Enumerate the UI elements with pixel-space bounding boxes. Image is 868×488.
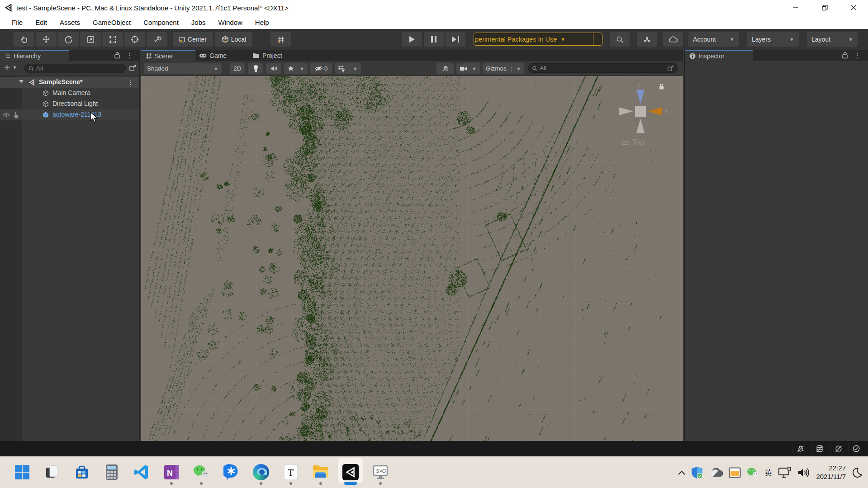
orientation-gizmo[interactable]: z x Top bbox=[612, 81, 670, 157]
move-tool-button[interactable] bbox=[36, 32, 57, 47]
taskbar-wechat-icon[interactable] bbox=[192, 458, 210, 486]
pause-button[interactable] bbox=[424, 32, 444, 47]
menu-help[interactable]: Help bbox=[249, 15, 275, 29]
scale-tool-button[interactable] bbox=[80, 32, 101, 47]
pointcloud-canvas[interactable] bbox=[141, 76, 683, 441]
taskbar-voov-meeting-icon[interactable] bbox=[222, 458, 240, 486]
2d-toggle-button[interactable]: 2D bbox=[230, 63, 245, 74]
layout-dropdown[interactable]: Layout▼ bbox=[807, 32, 858, 47]
restore-button[interactable] bbox=[810, 0, 839, 15]
taskbar-unity-icon-active[interactable] bbox=[342, 458, 360, 486]
gizmo-z-label[interactable]: z bbox=[638, 81, 641, 88]
add-object-button[interactable]: ▼ bbox=[4, 64, 17, 71]
taskbar-file-explorer-icon[interactable] bbox=[312, 458, 330, 486]
taskbar-vscode-icon[interactable] bbox=[133, 458, 151, 486]
account-dropdown[interactable]: Account▼ bbox=[688, 32, 739, 47]
gizmo-view-menu[interactable]: Top bbox=[622, 138, 644, 147]
hierarchy-search-input[interactable]: All bbox=[24, 64, 126, 73]
taskbar-onenote-icon[interactable]: N bbox=[162, 458, 180, 486]
gizmo-axis-left[interactable] bbox=[619, 107, 633, 115]
tray-onedrive-icon[interactable] bbox=[709, 468, 723, 477]
tab-scene[interactable]: Scene bbox=[141, 50, 195, 61]
taskbar-screentogif-icon[interactable]: S>G bbox=[371, 458, 389, 486]
hierarchy-row-directional-light[interactable]: Directional Light bbox=[0, 99, 139, 109]
effects-dropdown[interactable]: ▼ bbox=[284, 63, 308, 74]
kebab-menu-icon[interactable]: ⋮ bbox=[126, 52, 133, 60]
minimize-button[interactable] bbox=[781, 0, 810, 15]
hierarchy-row-scene[interactable]: SampleScene* ⋮ bbox=[0, 77, 139, 88]
kebab-menu-icon[interactable]: ⋮ bbox=[127, 78, 134, 86]
menu-assets[interactable]: Assets bbox=[53, 15, 86, 29]
hierarchy-row-main-camera[interactable]: Main Camera bbox=[0, 88, 139, 99]
taskbar-start-button[interactable] bbox=[13, 458, 31, 486]
collaborate-button[interactable] bbox=[637, 32, 657, 47]
tray-ime-indicator[interactable]: 英 bbox=[764, 468, 772, 478]
tray-chevron-up-icon[interactable] bbox=[678, 470, 685, 475]
picker-icon[interactable] bbox=[129, 64, 137, 72]
tab-project[interactable]: Project bbox=[248, 50, 302, 61]
menu-gameobject[interactable]: GameObject bbox=[86, 15, 137, 29]
menu-jobs[interactable]: Jobs bbox=[185, 15, 212, 29]
taskbar-microsoft-store-icon[interactable] bbox=[73, 458, 91, 486]
menu-file[interactable]: File bbox=[5, 15, 29, 29]
scene-tools-button[interactable] bbox=[436, 63, 454, 74]
hierarchy-row-autoware[interactable]: autoware-211013 bbox=[0, 109, 139, 120]
cache-server-disabled-icon[interactable] bbox=[811, 443, 827, 454]
tab-inspector[interactable]: Inspector bbox=[685, 50, 753, 61]
lock-icon[interactable] bbox=[659, 83, 664, 90]
custom-tool-button[interactable] bbox=[147, 32, 167, 47]
profiler-disabled-icon[interactable] bbox=[830, 443, 846, 454]
camera-settings-dropdown[interactable]: ▼ bbox=[456, 63, 480, 74]
orientation-toggle-button[interactable]: Local bbox=[215, 32, 252, 47]
draw-mode-dropdown[interactable]: Shaded ▼ bbox=[144, 63, 222, 74]
lock-icon[interactable] bbox=[842, 52, 848, 59]
scene-search-input[interactable]: All bbox=[528, 63, 678, 73]
grid-snapping-button[interactable] bbox=[270, 32, 291, 47]
tray-wechat-icon[interactable] bbox=[747, 467, 759, 478]
play-button[interactable] bbox=[402, 32, 422, 47]
rect-tool-button[interactable] bbox=[102, 32, 123, 47]
cloud-button[interactable] bbox=[663, 32, 683, 47]
progress-ok-icon[interactable] bbox=[848, 443, 864, 454]
search-button[interactable] bbox=[610, 32, 630, 47]
tray-night-mode-icon[interactable] bbox=[852, 467, 863, 478]
menu-window[interactable]: Window bbox=[212, 15, 249, 29]
transform-tool-button[interactable] bbox=[124, 32, 145, 47]
taskbar-calculator-icon[interactable] bbox=[103, 458, 121, 486]
gizmo-z-axis[interactable] bbox=[636, 90, 645, 104]
tray-volume-icon[interactable] bbox=[797, 468, 810, 478]
lighting-toggle-button[interactable] bbox=[248, 63, 263, 74]
debugger-disabled-icon[interactable] bbox=[792, 443, 808, 454]
taskbar-typora-icon[interactable]: T bbox=[282, 458, 300, 486]
hand-tool-button[interactable] bbox=[14, 32, 34, 47]
gizmo-x-axis[interactable] bbox=[648, 107, 662, 115]
taskbar-edge-icon[interactable] bbox=[252, 458, 270, 486]
lock-icon[interactable] bbox=[114, 52, 120, 59]
tab-game[interactable]: Game bbox=[194, 50, 245, 61]
gizmo-x-label[interactable]: x bbox=[665, 108, 668, 115]
tab-hierarchy[interactable]: Hierarchy bbox=[0, 50, 69, 61]
pivot-toggle-button[interactable]: Center bbox=[173, 32, 213, 47]
gizmo-axis-down[interactable] bbox=[636, 118, 645, 133]
kebab-menu-icon[interactable]: ⋮ bbox=[854, 52, 861, 60]
gizmos-dropdown[interactable]: Gizmos | ▼ bbox=[483, 63, 524, 74]
step-button[interactable] bbox=[446, 32, 465, 47]
picker-icon[interactable] bbox=[667, 65, 674, 72]
tray-snipping-window-icon[interactable] bbox=[729, 467, 741, 478]
menu-edit[interactable]: Edit bbox=[29, 15, 53, 29]
foldout-arrow-icon[interactable] bbox=[19, 80, 24, 83]
menu-component[interactable]: Component bbox=[137, 15, 185, 29]
tray-clock[interactable]: 22:27 2021/11/7 bbox=[816, 464, 846, 481]
grid-visibility-dropdown[interactable]: Y ▼ bbox=[335, 63, 361, 74]
audio-toggle-button[interactable] bbox=[266, 63, 281, 74]
rotate-tool-button[interactable] bbox=[58, 32, 79, 47]
tray-network-display-icon[interactable] bbox=[778, 467, 792, 479]
experimental-packages-dropdown[interactable]: perimental Packages In Use ▼ bbox=[474, 33, 602, 46]
layers-dropdown[interactable]: Layers▼ bbox=[747, 32, 799, 47]
taskbar-task-view-button[interactable] bbox=[43, 458, 61, 486]
tray-defender-icon[interactable] bbox=[691, 466, 703, 479]
hidden-objects-button[interactable]: 0 bbox=[310, 63, 332, 74]
close-button[interactable] bbox=[839, 0, 868, 15]
gizmo-center-cube[interactable] bbox=[635, 106, 646, 117]
scene-viewport[interactable]: z x Top bbox=[141, 76, 683, 441]
